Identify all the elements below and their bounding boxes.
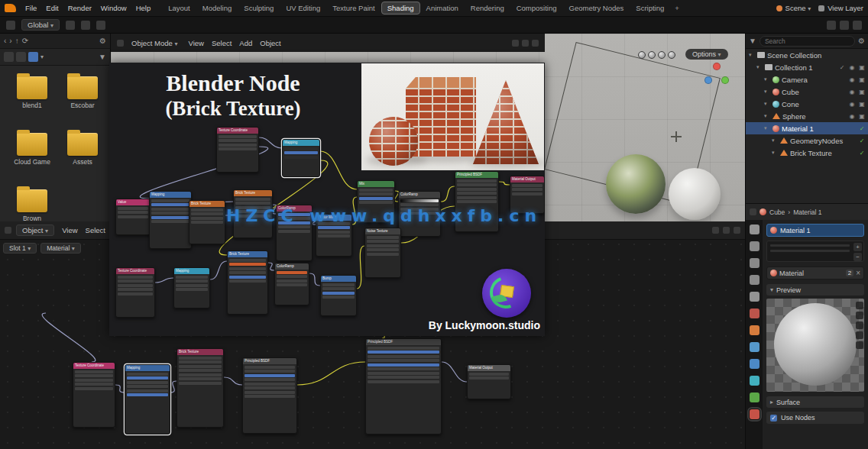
shader-node-mapping[interactable]: Mapping [282,139,320,177]
material-slot-dropdown[interactable]: Slot 1 ▾ [3,243,37,254]
outliner-row[interactable]: ▾Cube◉▣ [746,86,868,98]
node-socket-row[interactable] [322,287,355,290]
shader-menu-view[interactable]: View [59,225,80,235]
disclosure-triangle-icon[interactable]: ▾ [764,125,770,131]
menubar-item-render[interactable]: Render [63,2,96,14]
parent-dir-icon[interactable]: ↑ [15,37,19,45]
node-socket-row[interactable] [245,383,295,386]
node-socket-row[interactable] [127,376,168,380]
node-socket-row[interactable] [277,279,307,283]
node-socket-row[interactable] [368,350,439,354]
shader-menu-select[interactable]: Select [83,225,108,235]
material-shading-icon[interactable] [658,51,666,59]
node-socket-row[interactable] [151,208,189,211]
outliner-filter-icon[interactable]: ⚙ [858,37,865,45]
navigation-gizmo[interactable] [703,63,730,90]
disclosure-triangle-icon[interactable]: ▾ [772,150,778,156]
node-socket-row[interactable] [127,389,168,392]
enable-check-icon[interactable]: ✓ [838,64,846,71]
material-slot-list[interactable]: + − [766,241,864,262]
node-socket-row[interactable] [75,379,113,382]
render-visibility-icon[interactable]: ▣ [858,64,866,71]
render-visibility-icon[interactable]: ▣ [858,89,866,95]
active-tool-icon[interactable] [6,21,15,30]
hide-eye-toggle-icon[interactable]: ◉ [848,89,856,95]
object-data-properties-tab-icon[interactable] [750,392,760,402]
outliner-row[interactable]: ▾Material 1✓ [746,122,868,134]
filter-funnel-icon[interactable]: ▼ [99,53,106,61]
node-socket-row[interactable] [284,151,318,154]
node-socket-row[interactable] [127,373,168,376]
hide-eye-toggle-icon[interactable]: ◉ [848,113,856,120]
viewport-menu-view[interactable]: View [186,38,207,48]
viewport-menu-add[interactable]: Add [236,38,255,48]
axis-z-icon[interactable] [704,76,712,84]
node-socket-row[interactable] [318,231,350,234]
xray-icon[interactable] [853,21,862,30]
outliner-row[interactable]: ▾Cone◉▣ [746,98,868,110]
node-socket-row[interactable] [229,279,266,283]
node-socket-row[interactable] [118,279,153,283]
node-socket-row[interactable] [127,385,168,388]
node-socket-row[interactable] [368,376,439,379]
disclosure-triangle-icon[interactable]: ▾ [772,137,778,144]
node-socket-row[interactable] [75,387,113,390]
settings-gear-icon[interactable]: ⚙ [99,37,106,45]
node-socket-row[interactable] [367,248,399,251]
node-socket-row[interactable] [75,374,113,377]
node-socket-row[interactable] [245,391,295,394]
node-socket-row[interactable] [176,284,208,287]
proportional-edit-icon[interactable] [96,21,105,30]
viewport-options-button[interactable]: Options ▾ [685,49,728,60]
node-socket-row[interactable] [278,230,310,233]
node-socket-row[interactable] [179,373,222,376]
node-socket-row[interactable] [176,279,208,283]
overlays-icon[interactable] [827,21,836,30]
world-properties-tab-icon[interactable] [750,308,760,318]
node-socket-row[interactable] [367,253,399,256]
node-socket-row[interactable] [284,156,318,159]
outliner-row[interactable]: ▾Sphere◉▣ [746,110,868,122]
shader-node-value[interactable]: Value [115,199,151,235]
material-datablock-row[interactable]: Material 2 × [766,266,864,279]
axis-x-icon[interactable] [713,63,721,70]
output-properties-tab-icon[interactable] [750,258,760,268]
textured-sphere-object[interactable] [606,154,666,214]
snap-icon[interactable] [512,40,519,47]
scene-properties-tab-icon[interactable] [750,292,760,302]
node-socket-row[interactable] [284,147,318,150]
workspace-tab-animation[interactable]: Animation [420,2,465,15]
workspace-tab-uv-editing[interactable]: UV Editing [280,2,326,15]
node-socket-row[interactable] [151,199,189,202]
node-socket-row[interactable] [179,377,222,380]
remove-slot-button[interactable]: − [853,253,862,261]
workspace-tab-scripting[interactable]: Scripting [630,2,670,15]
gizmos-icon[interactable] [840,21,849,30]
node-socket-row[interactable] [245,366,295,369]
workspace-tab-texture-paint[interactable]: Texture Paint [326,2,381,15]
enable-check-icon[interactable]: ✓ [858,150,866,157]
node-socket-row[interactable] [219,135,257,138]
use-nodes-checkbox[interactable]: ✓ [770,415,777,422]
shader-node-brick-texture[interactable]: Brick Texture [177,348,224,428]
node-socket-row[interactable] [368,355,439,358]
node-socket-row[interactable] [75,383,113,386]
node-socket-row[interactable] [229,276,266,279]
rendered-shading-icon[interactable] [668,51,675,59]
node-socket-row[interactable] [219,139,257,142]
refresh-icon[interactable]: ⟳ [22,37,28,45]
shader-node-principled-bsdf[interactable]: Principled BSDF [242,357,297,434]
transform-orientation-dropdown[interactable]: Global ▾ [21,19,60,31]
shader-node-brick-texture[interactable]: Brick Texture [227,250,268,315]
node-socket-row[interactable] [191,208,223,212]
workspace-tab-sculpting[interactable]: Sculpting [238,2,280,15]
solid-shading-icon[interactable] [648,51,656,59]
node-socket-row[interactable] [367,244,399,247]
node-socket-row[interactable] [151,216,189,219]
disclosure-triangle-icon[interactable]: ▾ [764,89,770,95]
node-socket-row[interactable] [179,357,222,360]
preview-flat-icon[interactable] [856,302,863,309]
add-workspace-button[interactable]: + [671,4,683,12]
node-socket-row[interactable] [229,271,266,274]
wireframe-shading-icon[interactable] [638,51,646,59]
